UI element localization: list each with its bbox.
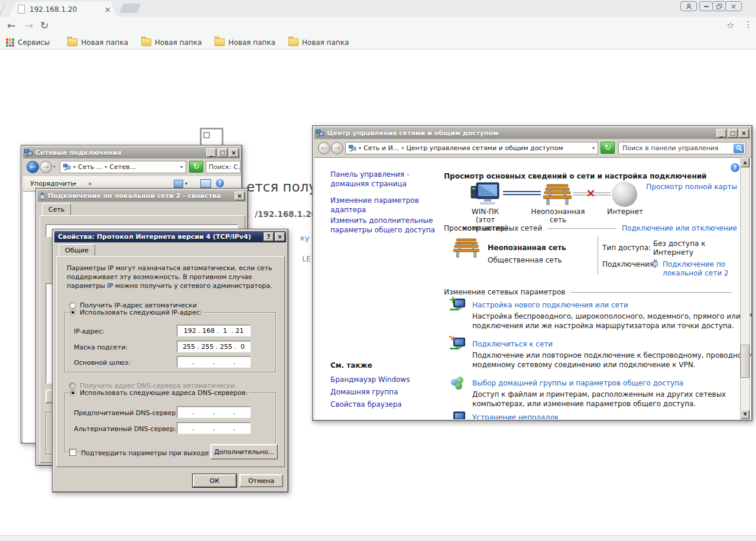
gateway-field[interactable]: . . . [177,356,251,368]
lan-plug-icon [652,259,658,270]
scroll-up-icon[interactable]: ▲ [741,158,749,167]
network-connections-titlebar[interactable]: Сетевые подключения _ □ × [23,147,240,158]
preferred-dns-field[interactable]: . . . [177,406,251,418]
tcpip-titlebar[interactable]: Свойства: Протокол Интернета версии 4 (T… [54,231,286,242]
subnet-mask-label: Маска подсети: [74,344,128,351]
tab-network[interactable]: Сеть [42,203,71,216]
profile-button[interactable] [680,1,697,11]
scrollbar-thumb[interactable] [741,345,749,378]
bookmark-folder[interactable]: Новая папка [67,38,128,47]
vertical-scrollbar[interactable]: ▲ ▼ [740,157,750,420]
radio-auto-ip[interactable] [69,302,76,309]
sidebar-link-sharing-settings[interactable]: Изменить дополнительные параметры общего… [330,216,443,235]
views-icon[interactable] [174,180,183,188]
search-box[interactable]: Поиск: С.. [206,161,241,173]
network-bench-icon[interactable] [543,184,572,208]
scroll-down-icon[interactable]: ▼ [741,410,749,419]
new-tab-button[interactable] [119,4,141,13]
nav-back-button[interactable]: ← [27,161,39,173]
organize-button[interactable]: Упорядочить [30,180,74,187]
bookmark-folder[interactable]: Новая папка [288,38,349,47]
ip-address-field[interactable]: 192 . 168 . 1 . 21 [177,325,251,336]
minimize-button[interactable]: _ [716,129,726,138]
preview-pane-icon[interactable] [200,179,211,188]
close-button[interactable]: × [229,148,239,157]
subnet-mask-field[interactable]: 255 . 255 . 255 . 0 [177,341,251,352]
sidebar-link-adapter-settings[interactable]: Изменение параметров адаптера [330,196,428,215]
breadcrumb-segment[interactable]: Сетев... [109,163,136,171]
forward-icon[interactable]: → [25,20,33,31]
nav-history-arrow-icon[interactable]: ▾ [53,164,56,169]
chevron-down-icon[interactable]: ▾ [105,164,107,170]
sidebar-link-control-panel-home[interactable]: Панель управления - домашняя страница [330,170,443,189]
chevron-down-icon[interactable]: ▾ [359,145,361,151]
breadcrumb[interactable]: ▾ Сеть ... ▾ Сетев... ▾ [60,161,186,173]
close-button[interactable]: × [275,232,285,241]
network-center-titlebar[interactable]: Центр управления сетями и общим доступом… [314,128,750,139]
close-button[interactable]: × [235,192,245,200]
radio-use-dns-row[interactable]: Использовать следующие адреса DNS-сервер… [68,389,249,397]
breadcrumb-segment[interactable]: Сеть ... [78,163,102,171]
nav-forward-button[interactable]: → [331,142,343,154]
bookmark-folder[interactable]: Новая папка [141,38,202,47]
refresh-button[interactable]: ↻ [601,142,615,154]
bookmark-folder[interactable]: Новая папка [215,38,275,47]
chevron-down-icon[interactable]: ▾ [185,181,187,186]
window-restore-button[interactable] [712,1,726,11]
nav-back-button[interactable]: ← [318,142,330,154]
chevron-down-icon[interactable]: ▾ [401,145,404,151]
chevron-down-icon[interactable]: ▾ [74,181,76,186]
radio-use-ip-row[interactable]: Использовать следующий IP-адрес: [68,309,204,316]
lan-properties-titlebar[interactable]: Подключение по локальной сети 2 - свойст… [38,190,246,202]
minimize-button[interactable]: _ [206,148,216,157]
sidebar-link-homegroup[interactable]: Домашняя группа [330,387,398,397]
advanced-button[interactable]: Дополнительно... [210,444,278,459]
connect-disconnect-link[interactable]: Подключение или отключение [622,224,737,232]
nav-forward-button[interactable]: → [40,161,52,173]
breadcrumb-segment[interactable]: Центр управления сетями и общим доступом [406,144,563,152]
homegroup-options-link[interactable]: Выбор домашней группы и параметров общег… [472,379,683,387]
internet-globe-icon[interactable] [612,182,637,207]
lan-connection-link[interactable]: Подключение по локальной сети 2 [663,260,732,278]
radio-use-dns[interactable] [70,390,76,396]
help-icon[interactable]: ? [731,163,739,172]
maximize-button[interactable]: □ [728,129,738,138]
search-box[interactable]: Поиск в панели управления [618,142,746,154]
breadcrumb-segment[interactable]: Сеть и И... [364,144,399,152]
tab-close-icon[interactable]: × [104,6,111,13]
radio-use-ip[interactable] [70,309,76,316]
computer-icon[interactable] [470,182,501,209]
window-close-button[interactable]: × [725,1,742,11]
bookmark-apps[interactable]: Сервисы [6,38,50,47]
chevron-down-icon[interactable]: ▾ [592,145,595,151]
menu-dots-icon[interactable]: ⋮ [744,20,752,29]
cancel-button[interactable]: Отмена [239,474,283,487]
overflow-chevron[interactable]: » [88,180,92,187]
chevron-down-icon[interactable]: ▾ [73,164,76,170]
close-button[interactable]: × [739,129,749,138]
sidebar-link-browser-options[interactable]: Свойства браузера [330,400,402,409]
setup-new-connection-link[interactable]: Настройка нового подключения или сети [472,301,628,309]
context-help-button[interactable]: ? [264,232,274,241]
alternate-dns-field[interactable]: . . . [177,422,251,434]
horizontal-scrollbar[interactable] [0,535,756,541]
back-icon[interactable]: ← [7,20,15,31]
window-minimize-button[interactable] [699,1,713,11]
bookmark-star-icon[interactable]: ☆ [726,20,734,31]
breadcrumb[interactable]: ▾ Сеть и И... ▾ Центр управления сетями … [345,142,598,154]
search-button[interactable] [734,144,744,153]
ok-button[interactable]: ОК [193,474,236,487]
help-icon[interactable]: ? [216,179,224,187]
sidebar-link-firewall[interactable]: Брандмауэр Windows [330,375,410,384]
browser-tab[interactable]: 192.168.1.20 × [9,2,117,17]
connect-to-network-link[interactable]: Подключиться к сети [472,340,553,348]
validate-checkbox[interactable] [69,449,76,456]
tab-general[interactable]: Общие [59,244,95,257]
full-map-link[interactable]: Просмотр полной карты [644,183,737,191]
maximize-button[interactable]: □ [218,148,228,157]
radio-auto-dns[interactable] [69,383,76,389]
chevron-down-icon[interactable]: ▾ [180,164,183,170]
refresh-button[interactable]: ↻ [189,161,203,173]
reload-icon[interactable]: ↻ [40,20,48,31]
validate-checkbox-label[interactable]: Подтвердить параметры при выходе [81,449,209,457]
